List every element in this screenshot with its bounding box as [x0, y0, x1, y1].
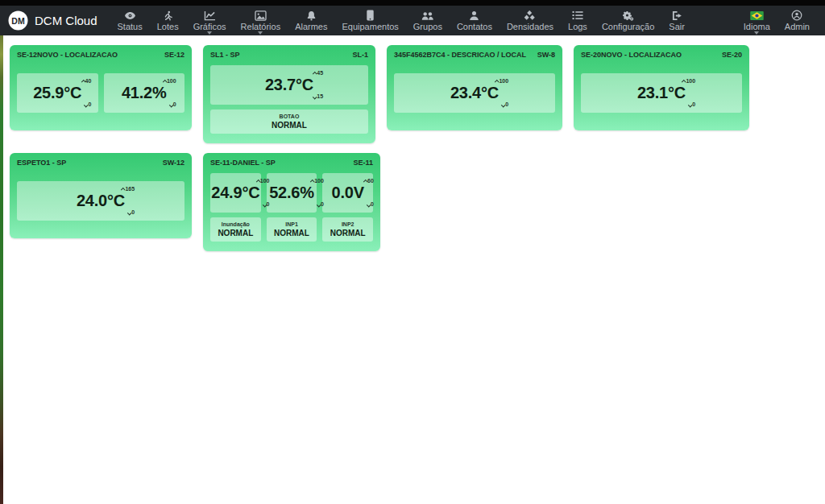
sensor-name: SE-12NOVO - LOCALIZACAO [17, 51, 118, 59]
nav-item-label: Gráficos [193, 22, 226, 31]
nav-item-label: Lotes [157, 22, 179, 31]
metric-box: 16524.0°C0 [17, 181, 184, 221]
nav-item-logs[interactable]: Logs [561, 6, 595, 35]
svg-text:DM: DM [11, 16, 25, 26]
metric-min: 0 [460, 101, 508, 108]
metric-min: 0 [43, 101, 91, 108]
card-body: 10024.9°C010052.6%0600.0V0InundaçãoNORMA… [210, 173, 373, 242]
nav-item-status[interactable]: Status [110, 6, 150, 35]
gears-icon [622, 10, 634, 21]
metric-max: 40 [43, 78, 91, 85]
sign-out-icon [672, 10, 682, 21]
sensor-name: ESPETO1 - SP [17, 159, 66, 167]
metric-box: 600.0V0 [322, 173, 373, 213]
nav-item-admin[interactable]: Admin [777, 6, 817, 35]
nav-item-label: Status [118, 22, 143, 31]
mobile-icon [366, 10, 375, 21]
metric-value: 41.2% [122, 85, 167, 101]
brazil-flag-icon [750, 10, 764, 21]
metric-box: 4523.7°C15 [210, 65, 368, 105]
metric-value: 52.6% [269, 184, 314, 201]
nav-item-label: Configuração [602, 22, 654, 31]
dcm-logo-icon: DM [8, 10, 28, 31]
status-state: NORMAL [330, 229, 366, 238]
brand[interactable]: DM DCM Cloud [8, 6, 97, 35]
status-box-inp2: INP2NORMAL [322, 217, 373, 242]
status-label: INP2 [342, 221, 354, 228]
brand-name: DCM Cloud [35, 14, 97, 27]
nav-item-label: Relatórios [241, 22, 281, 31]
nav-item-configuracao[interactable]: Configuração [595, 6, 661, 35]
sensor-card-se-11[interactable]: SE-11-DANIEL - SPSE-1110024.9°C010052.6%… [203, 153, 380, 251]
status-label: Inundação [222, 221, 250, 228]
card-body: 4025.9°C010041.2%0 [17, 65, 184, 121]
metric-row: 4025.9°C010041.2%0 [17, 73, 184, 113]
metric-value: 24.9°C [211, 184, 259, 201]
user-circle-icon [791, 10, 802, 21]
sensor-name: SE-20NOVO - LOCALIZACAO [581, 51, 682, 59]
metric-row: 10023.4°C0 [394, 73, 555, 113]
nav-right-menu: IdiomaAdmin [736, 6, 817, 35]
nav-item-sair[interactable]: Sair [661, 6, 692, 35]
nav-item-label: Grupos [413, 22, 442, 31]
nav-item-label: Admin [785, 22, 810, 31]
metric-max: 100 [221, 178, 269, 184]
metric-value: 25.9°C [33, 85, 81, 101]
caret-down-icon [207, 31, 212, 35]
metric-min: 0 [221, 201, 269, 208]
nav-item-label: Logs [568, 22, 587, 31]
sensor-code: SE-12 [164, 51, 184, 59]
card-body: 4523.7°C15BOTAONORMAL [210, 65, 368, 134]
nav-item-alarmes[interactable]: Alarmes [288, 6, 334, 35]
caret-down-icon [754, 31, 759, 35]
nav-item-graficos[interactable]: Gráficos [186, 6, 234, 35]
nav-item-densidades[interactable]: Densidades [500, 6, 561, 35]
sensor-card-se-12[interactable]: SE-12NOVO - LOCALIZACAOSE-124025.9°C0100… [10, 45, 192, 130]
status-row: InundaçãoNORMALINP1NORMALINP2NORMAL [210, 217, 373, 242]
nav-item-grupos[interactable]: Grupos [406, 6, 450, 35]
nav-item-idioma[interactable]: Idioma [736, 6, 777, 35]
sensor-name: 345F4562B7C4 - DESCRICAO / LOCAL [394, 51, 526, 59]
top-strip [0, 0, 825, 6]
sensor-card-sw-8[interactable]: 345F4562B7C4 - DESCRICAO / LOCALSW-81002… [387, 45, 562, 130]
background-image-strip [0, 35, 3, 504]
nav-item-label: Equipamentos [342, 22, 398, 31]
status-label: INP1 [285, 221, 298, 228]
status-box-inundacao: InundaçãoNORMAL [210, 217, 261, 242]
card-body: 10023.1°C0 [581, 65, 742, 121]
metric-value: 23.7°C [265, 76, 313, 93]
sensor-code: SE-20 [722, 51, 742, 59]
card-body: 16524.0°C0 [17, 173, 184, 229]
status-row: BOTAONORMAL [210, 109, 368, 134]
image-icon [255, 10, 267, 21]
card-header: 345F4562B7C4 - DESCRICAO / LOCALSW-8 [394, 51, 555, 59]
nav-item-lotes[interactable]: Lotes [150, 6, 186, 35]
nav-item-contatos[interactable]: Contatos [450, 6, 500, 35]
status-label: BOTAO [280, 114, 300, 120]
metric-min: 0 [279, 201, 324, 208]
metric-max: 165 [86, 186, 135, 192]
nav-item-equipamentos[interactable]: Equipamentos [334, 6, 405, 35]
metric-max: 100 [279, 178, 324, 184]
sensor-name: SL1 - SP [210, 51, 240, 59]
sensor-card-sw-12[interactable]: ESPETO1 - SPSW-1216524.0°C0 [10, 153, 192, 238]
sensor-card-se-20[interactable]: SE-20NOVO - LOCALIZACAOSE-2010023.1°C0 [574, 45, 749, 130]
nav-item-relatorios[interactable]: Relatórios [234, 6, 288, 35]
status-box-botao: BOTAONORMAL [210, 109, 368, 134]
metric-min: 15 [275, 93, 323, 100]
card-header: SE-12NOVO - LOCALIZACAOSE-12 [17, 51, 184, 59]
status-state: NORMAL [274, 229, 309, 238]
sensor-card-sl-1[interactable]: SL1 - SPSL-14523.7°C15BOTAONORMAL [203, 45, 375, 143]
users-icon [421, 10, 434, 21]
sensor-code: SW-8 [537, 51, 555, 59]
sensor-code: SL-1 [352, 51, 368, 59]
metric-min: 0 [342, 201, 374, 208]
status-state: NORMAL [218, 229, 253, 238]
metric-max: 100 [131, 78, 176, 85]
metric-min: 0 [86, 209, 135, 216]
nav-item-label: Densidades [507, 22, 553, 31]
main-content: SE-12NOVO - LOCALIZACAOSE-124025.9°C0100… [0, 35, 825, 504]
cubes-icon [524, 10, 536, 21]
metric-row: 16524.0°C0 [17, 181, 184, 221]
metric-row: 4523.7°C15 [210, 65, 368, 105]
